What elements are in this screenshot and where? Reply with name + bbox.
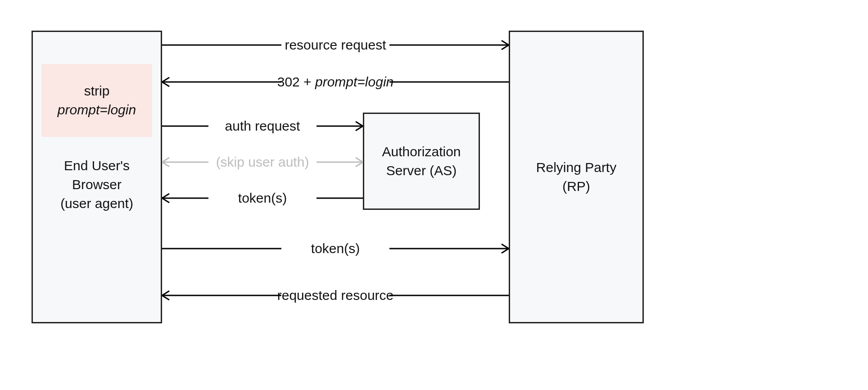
svg-line-20 bbox=[162, 194, 169, 198]
text: End User's bbox=[64, 158, 130, 173]
node-attack-label: strip prompt=login bbox=[58, 82, 136, 119]
svg-line-29 bbox=[162, 295, 169, 300]
node-as-label: Authorization Server (AS) bbox=[382, 142, 461, 180]
svg-line-6 bbox=[162, 77, 169, 82]
message-tokens-from-as: token(s) bbox=[238, 190, 287, 206]
message-resource-request: resource request bbox=[285, 37, 386, 53]
text: Relying Party bbox=[536, 160, 616, 175]
svg-line-25 bbox=[502, 249, 509, 253]
text: (user agent) bbox=[60, 196, 133, 211]
message-skip-user-auth: (skip user auth) bbox=[216, 154, 309, 170]
message-302-prompt-login: 302 + prompt=login bbox=[277, 74, 394, 90]
node-authorization-server: Authorization Server (AS) bbox=[363, 113, 480, 210]
svg-line-16 bbox=[356, 158, 363, 162]
svg-line-7 bbox=[162, 82, 169, 86]
node-rp-label: Relying Party (RP) bbox=[536, 158, 616, 196]
node-relying-party: Relying Party (RP) bbox=[509, 31, 644, 323]
svg-line-2 bbox=[502, 41, 509, 45]
svg-line-17 bbox=[356, 162, 363, 167]
svg-line-24 bbox=[502, 244, 509, 249]
text: Authorization bbox=[382, 144, 461, 159]
text: (RP) bbox=[562, 179, 590, 194]
svg-line-10 bbox=[356, 122, 363, 126]
diagram-canvas: End User's Browser (user agent) strip pr… bbox=[0, 0, 868, 390]
text: strip bbox=[84, 83, 110, 98]
svg-line-11 bbox=[356, 126, 363, 131]
svg-line-3 bbox=[502, 45, 509, 50]
text: Browser bbox=[72, 177, 122, 192]
message-requested-resource: requested resource bbox=[277, 288, 394, 303]
node-attack-strip: strip prompt=login bbox=[41, 64, 152, 137]
svg-line-21 bbox=[162, 198, 169, 203]
text-italic: prompt=login bbox=[58, 102, 136, 117]
svg-line-28 bbox=[162, 291, 169, 295]
message-tokens-to-rp: token(s) bbox=[311, 241, 360, 256]
text: 302 + bbox=[277, 74, 315, 89]
text: Server (AS) bbox=[386, 163, 457, 178]
node-browser-label: End User's Browser (user agent) bbox=[33, 156, 161, 213]
message-auth-request: auth request bbox=[225, 118, 300, 134]
text-italic: prompt=login bbox=[315, 74, 393, 89]
svg-line-14 bbox=[162, 158, 169, 162]
svg-line-15 bbox=[162, 162, 169, 167]
